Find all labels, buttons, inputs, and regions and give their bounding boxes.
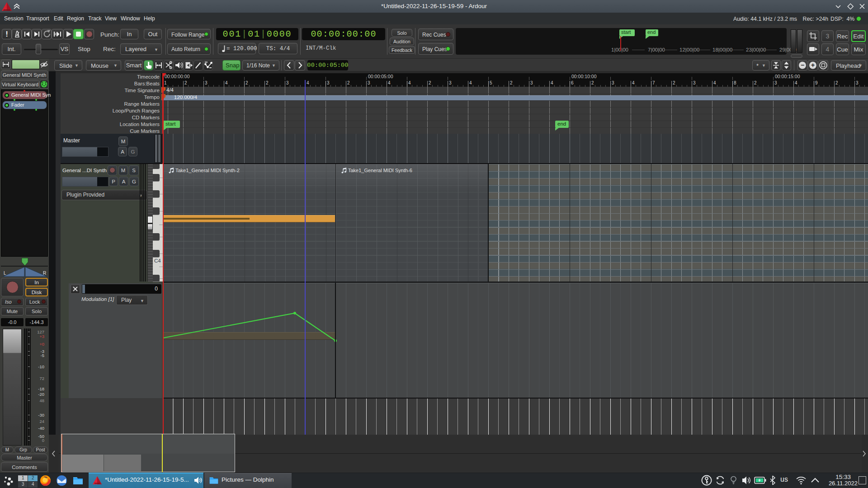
- svg-text:!: !: [5, 30, 8, 38]
- svg-text:+: +: [811, 61, 815, 69]
- svg-text:−: −: [801, 61, 804, 69]
- svg-text:R: R: [43, 271, 46, 276]
- svg-text:L: L: [4, 271, 6, 276]
